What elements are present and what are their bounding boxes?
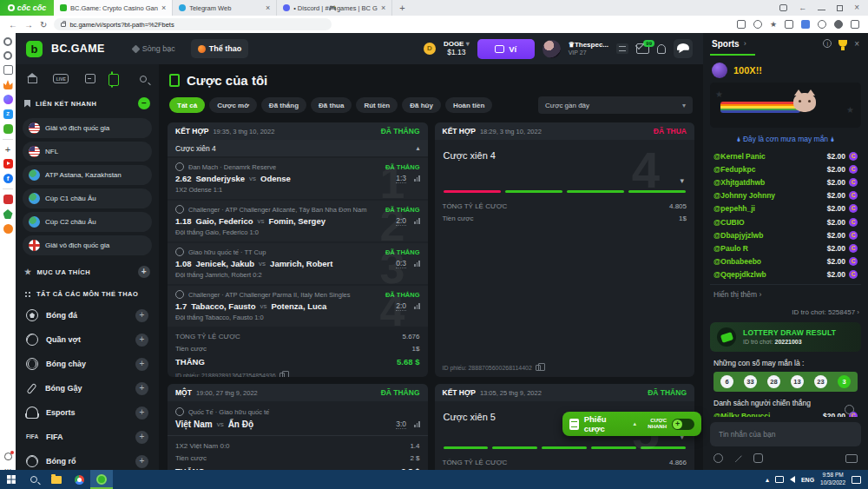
sidebar-item-baseball[interactable]: Bóng chày+ (16, 352, 159, 376)
collapse-button[interactable]: – (138, 97, 150, 109)
bcgame-logo-text[interactable]: BC.GAME (51, 43, 105, 55)
chat-input[interactable] (710, 422, 861, 446)
quick-link[interactable]: Giải vô địch quốc gia (23, 235, 152, 255)
filter-cancelled[interactable]: Đã hủy (402, 97, 441, 113)
facebook-icon[interactable]: f (3, 174, 13, 183)
calendar-icon[interactable] (85, 74, 95, 83)
rain-row[interactable]: @Paulo R$2.00C (710, 241, 861, 254)
pen-icon[interactable] (734, 454, 742, 462)
chat-channel[interactable]: Sports (712, 39, 740, 49)
bet-card-combo-won[interactable]: KẾT HỢP 19:35, 3 thg 10, 2022 ĐÃ THẮNG C… (168, 122, 428, 377)
tab-close-icon[interactable]: × (161, 3, 166, 12)
filter-refund[interactable]: Hoàn tiền (445, 97, 492, 113)
rain-row[interactable]: @Xhjtgatdhwb$2.00C (710, 175, 861, 188)
copy-icon[interactable] (536, 365, 541, 371)
expand-icon[interactable]: + (135, 309, 148, 322)
close-chat-icon[interactable]: × (854, 39, 859, 49)
file-explorer-icon[interactable] (45, 470, 68, 489)
quick-link[interactable]: NFL (23, 142, 152, 162)
bcgame-logo-icon[interactable]: b (26, 41, 43, 57)
rain-row[interactable]: @Fedupkpc$2.00C (710, 162, 861, 175)
coupon-icon[interactable] (753, 453, 763, 463)
share-icon[interactable] (753, 20, 762, 29)
bet-card-combo-lost[interactable]: KẾT HỢP 18:29, 3 thg 10, 2022 ĐÃ THUA Cư… (435, 122, 695, 377)
copy-icon[interactable] (279, 373, 285, 377)
tab-telegram[interactable]: Telegram Web × (173, 0, 277, 16)
profile-icon[interactable] (834, 20, 843, 29)
newsfeed-icon[interactable] (3, 65, 13, 75)
filter-lost[interactable]: Đã thua (311, 97, 352, 113)
lottery-result-card[interactable]: LOTTERY DRAW RESULT ID trò chơi: 2022100… (710, 322, 861, 352)
nav-sports[interactable]: Thể thao (191, 39, 249, 58)
filter-open[interactable]: Cược mở (209, 97, 257, 113)
my-bets-icon[interactable] (111, 71, 113, 88)
clock[interactable]: 9:58 PM10/3/2022 (820, 472, 845, 487)
sidebar-item-fifa[interactable]: FIFAFIFA+ (16, 425, 159, 449)
avatar[interactable] (712, 63, 727, 78)
tab-bcgame[interactable]: BC.Game: Crypto Casino Gan × (54, 0, 173, 16)
filter-won[interactable]: Đã thắng (261, 97, 306, 113)
sort-dropdown[interactable]: Cược gần đây ▾ (538, 96, 693, 114)
settings-icon[interactable] (3, 37, 12, 46)
coccoc-brand[interactable]: cốc cốc (0, 0, 54, 16)
extension-icon[interactable] (818, 20, 826, 29)
chevron-right-icon[interactable]: › (744, 39, 746, 48)
search-icon[interactable] (140, 76, 147, 83)
combo-toggle[interactable]: Cược xiên 4 ▴ (168, 140, 428, 156)
tab-close-icon[interactable]: × (266, 3, 270, 12)
filter-cashout[interactable]: Rút tiền (356, 97, 398, 113)
sidebar-item-cricket[interactable]: Bóng Gậy+ (16, 376, 159, 400)
expand-icon[interactable]: + (135, 406, 148, 420)
tray-expand-icon[interactable]: ▴ (766, 476, 769, 484)
start-button[interactable] (0, 470, 23, 489)
zalo-icon[interactable]: Z (3, 109, 13, 119)
adblock-icon[interactable] (785, 20, 793, 29)
sidebar-item-tennis[interactable]: Quần vợt+ (16, 327, 159, 352)
app-shortcut-icon[interactable] (3, 195, 13, 204)
stats-icon[interactable] (414, 303, 420, 309)
expand-icon[interactable]: + (135, 382, 148, 395)
wallet-button[interactable]: Ví (477, 39, 535, 59)
rain-row[interactable]: @CUBIO$2.00C (710, 215, 861, 228)
score[interactable]: 3:0 (396, 420, 406, 429)
expand-icon[interactable]: + (135, 431, 148, 444)
avatar[interactable] (542, 40, 561, 58)
translate-icon[interactable] (737, 20, 746, 29)
tab-media-icon[interactable] (779, 4, 787, 11)
taskbar-search[interactable] (23, 470, 45, 489)
chat-toggle-icon[interactable] (674, 39, 693, 58)
downloads-icon[interactable] (851, 20, 859, 29)
download-manager-icon[interactable] (801, 20, 810, 29)
betslip-button[interactable]: Phiếu cược ▴ CƯỢC NHANH (562, 412, 701, 436)
keyboard-icon[interactable] (845, 454, 858, 463)
rewards-crown-icon[interactable] (3, 80, 13, 89)
stats-icon[interactable] (414, 421, 420, 427)
user-info[interactable]: ♛Thespec... VIP 27 (569, 41, 608, 56)
rain-row[interactable]: @Onbabeebo$2.00C (710, 255, 861, 268)
stats-icon[interactable] (414, 175, 420, 182)
quick-link[interactable]: Giải vô địch quốc gia (23, 118, 152, 138)
account-menu-icon[interactable] (616, 43, 628, 54)
notifications-icon[interactable] (4, 453, 12, 460)
rain-row[interactable]: @Kernel Panic$2.00C (710, 149, 861, 162)
youtube-icon[interactable] (3, 159, 13, 169)
app-shortcut-icon[interactable] (3, 224, 13, 234)
quick-link[interactable]: ATP Astana, Kazakhstan (23, 165, 152, 185)
live-icon[interactable]: LIVE (53, 74, 69, 83)
expand-icon[interactable]: + (135, 358, 148, 371)
tab-discord[interactable]: • Discord | #🎮games | BC G × (277, 0, 392, 16)
stats-icon[interactable] (414, 218, 420, 224)
stats-icon[interactable] (414, 261, 420, 267)
language-indicator[interactable]: ENG (801, 477, 814, 483)
mail-icon[interactable]: 99 (636, 43, 649, 54)
games-icon[interactable] (3, 124, 13, 134)
notification-center-icon[interactable] (852, 476, 861, 484)
chrome-icon[interactable] (68, 470, 90, 489)
expand-icon[interactable]: + (135, 334, 148, 347)
forward-button[interactable]: → (24, 20, 33, 30)
home-icon[interactable] (28, 77, 37, 83)
new-tab-button[interactable]: + (392, 3, 411, 13)
trophy-icon[interactable] (838, 40, 847, 47)
coccoc-taskbar-icon[interactable] (90, 470, 113, 489)
close-window-button[interactable]: × (854, 4, 859, 11)
